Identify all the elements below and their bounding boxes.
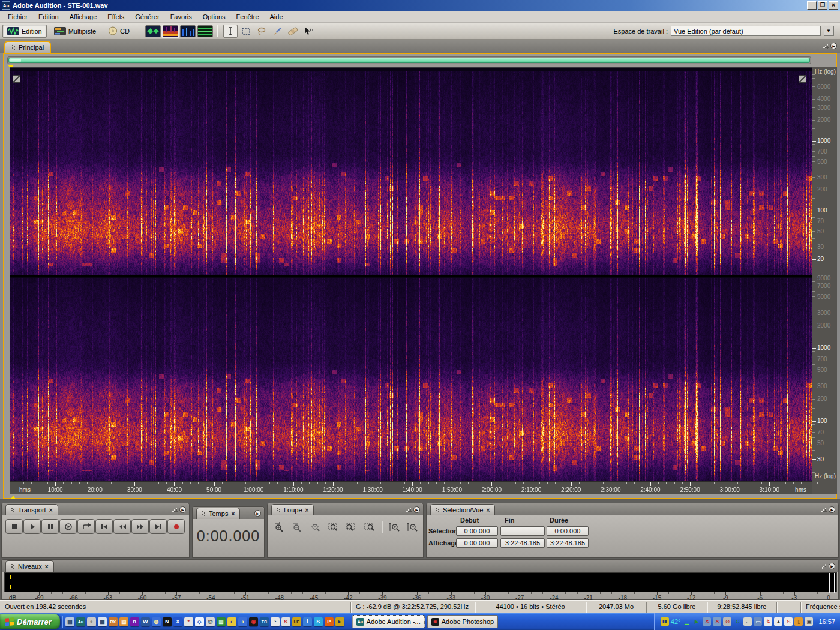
browser-planet-icon[interactable]: ◍ [152,617,161,626]
tray-minimized-strip-icon[interactable]: ▁ [682,617,691,626]
close-button[interactable] [829,1,838,10]
frequency-ruler-bottom-channel[interactable]: 3050701002003005007001000200030005000700… [812,275,837,482]
menu-item[interactable]: Effets [102,12,130,22]
messenger-icon[interactable]: i [303,617,312,626]
time-selection-tool-button[interactable] [223,25,238,38]
zoom-in-horizontally-button[interactable] [271,520,288,534]
tray-blocked-icon[interactable]: ⊘ [723,617,731,626]
zoom-out-vertically-button[interactable] [404,520,421,534]
spectrogram-left-channel[interactable] [10,71,813,276]
close-tab-icon[interactable] [305,507,309,514]
close-tab-icon[interactable] [49,507,53,514]
waveform-view-button[interactable] [145,25,161,37]
menu-item[interactable]: Fichier [2,12,33,22]
tray-cursor-icon[interactable]: ▲ [774,617,782,626]
tray-mouse-icon[interactable]: ▣ [805,617,813,626]
media-player-icon[interactable]: ► [335,617,344,626]
media-sphere-icon[interactable]: ● [87,617,96,626]
menu-item[interactable]: Générer [130,12,164,22]
menu-item[interactable]: Options [197,12,231,22]
multipiste-mode-button[interactable]: Multipiste [49,25,101,38]
tray-s-icon[interactable]: S [784,617,793,626]
go-to-end-button[interactable] [149,519,167,534]
loupe-panel-menu[interactable] [406,506,420,513]
record-button[interactable] [167,519,185,534]
niveaux-panel-menu[interactable] [821,563,835,569]
corner-handle-right-icon[interactable] [799,75,806,83]
tray-lightning-icon[interactable]: ↯ [764,617,772,626]
globe-yellow-icon[interactable]: ◐ [227,617,236,626]
affichage-duree-field[interactable]: 3:22:48.185 [547,538,589,548]
tray-network-error-2-icon[interactable]: ✕ [713,617,721,626]
menu-item[interactable]: Edition [33,12,64,22]
zoom-out-full-button[interactable] [307,520,324,534]
zoom-to-selection-button[interactable] [325,520,342,534]
tab-loupe[interactable]: Loupe [271,504,314,515]
tray-recycle-icon[interactable]: ↻ [733,617,742,626]
frequency-ruler[interactable]: Hz (log) 2030507010020030050070010002000… [812,67,837,494]
dial-clock-icon[interactable]: ◔ [271,617,280,626]
tab-transport[interactable]: Transport [5,504,58,515]
menu-item[interactable]: Aide [265,12,289,22]
spot-healing-brush-tool-button[interactable] [286,25,300,38]
channel-divider[interactable] [10,275,813,277]
menu-item[interactable]: Fenêtre [231,12,265,22]
word-icon[interactable]: W [141,617,150,626]
rewind-button[interactable] [113,519,131,534]
spectral-pan-view-button[interactable] [180,25,196,37]
effects-paintbrush-tool-button[interactable] [270,25,284,38]
workspace-select[interactable]: Vue Edition (par défaut) [671,26,821,36]
taskbar-window-photoshop[interactable]: ◉ Adobe Photoshop [427,615,498,628]
tray-meter-icon[interactable]: ▮▮ [661,617,669,626]
spectral-phase-view-button[interactable] [197,25,213,37]
tab-principal[interactable]: Principal [4,41,51,53]
affichage-debut-field[interactable]: 0:00.000 [456,538,498,548]
principal-panel-menu[interactable] [823,43,837,49]
total-commander-icon[interactable]: TC [260,617,269,626]
marquee-selection-tool-button[interactable] [239,25,253,38]
menu-item[interactable]: Affichage [64,12,103,22]
x-tool-icon[interactable]: X [173,617,182,626]
tray-display-icon[interactable]: ▭ [754,617,762,626]
spectrogram-right-channel[interactable] [10,278,813,481]
start-button[interactable]: Démarrer [0,614,60,629]
tray-network-error-icon[interactable]: ✕ [703,617,711,626]
temps-panel-menu[interactable] [254,510,261,517]
horizontal-scrollbar[interactable] [7,56,811,64]
folder-icon[interactable]: ▨ [119,617,128,626]
globe-blue-icon[interactable]: ◑ [238,617,247,626]
selection-debut-field[interactable]: 0:00.000 [456,526,498,536]
stop-button[interactable] [5,519,23,534]
close-tab-icon[interactable] [486,507,490,514]
fast-forward-button[interactable] [131,519,149,534]
play-button[interactable] [23,519,41,534]
selection-duree-field[interactable]: 0:00.000 [547,526,589,536]
tab-temps[interactable]: Temps [196,508,240,519]
title-bar[interactable]: Au Adobe Audition - STE-001.wav [0,0,840,11]
workspace-dropdown-arrow-icon[interactable] [824,26,834,36]
selection-vue-panel-menu[interactable] [821,506,835,513]
frequency-ruler-top-channel[interactable]: 2030507010020030050070010002000300040006… [812,67,837,275]
sbp-icon[interactable]: S [281,617,290,626]
tray-mouse-cable-icon[interactable]: ⌐ [743,617,752,626]
ultraedit-icon[interactable]: UE [292,617,301,626]
go-to-beginning-button[interactable] [95,519,113,534]
scrollbar-thumb[interactable] [8,58,810,63]
audition-icon[interactable]: Au [76,617,85,626]
spectral-frequency-view-button[interactable] [163,25,178,37]
onenote-icon[interactable]: n [130,617,139,626]
tab-selection-vue[interactable]: Sélection/Vue [430,504,495,515]
zoom-in-vertically-button[interactable] [386,520,403,534]
photoshop-eye-icon[interactable]: ◉ [249,617,258,626]
level-meter[interactable] [4,572,837,592]
transport-panel-menu[interactable] [172,506,186,513]
green-chart-icon[interactable]: ▥ [217,617,226,626]
keyboard-icon[interactable]: ▤ [65,617,74,626]
zoom-in-right-edge-button[interactable] [361,520,378,534]
spectral-display[interactable] [10,67,812,481]
timeline-ruler[interactable]: hms hms 10:0020:0030:0040:0050:001:00:00… [10,481,812,494]
play-looped-button[interactable] [59,519,77,534]
tab-niveaux[interactable]: Niveaux [5,560,54,572]
diamond-icon[interactable]: ◇ [195,617,204,626]
edition-mode-button[interactable]: Edition [2,25,47,38]
